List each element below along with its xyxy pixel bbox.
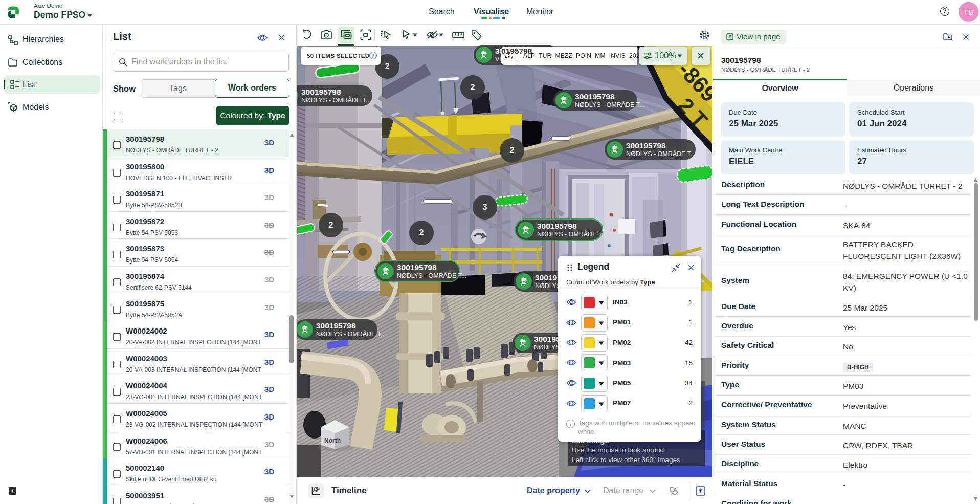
svg-text:North: North [324, 437, 341, 444]
svg-text:Left click to view other 360°: Left click to view other 360° images [572, 456, 680, 464]
svg-text:Use the mouse to look around: Use the mouse to look around [572, 446, 664, 454]
